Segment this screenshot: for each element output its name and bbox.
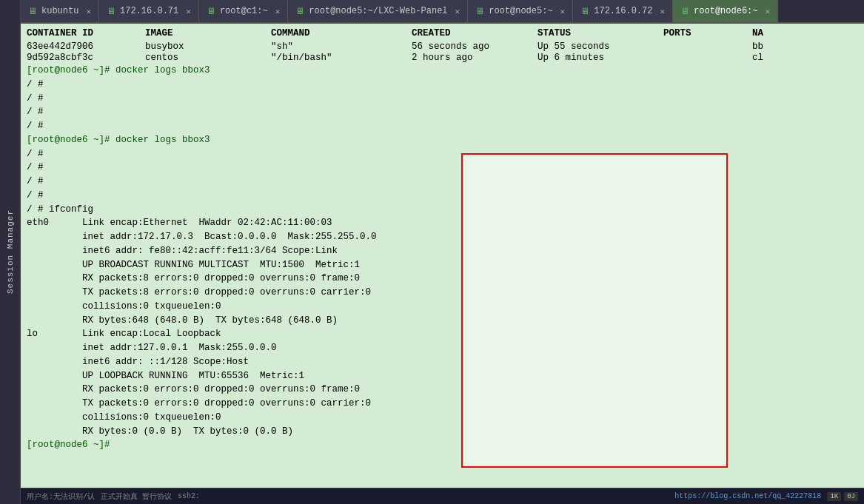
terminal-line: RX packets:8 errors:0 dropped:0 overruns… (27, 272, 858, 286)
terminal-line: UP BROADCAST RUNNING MULTICAST MTU:1500 … (27, 258, 858, 272)
terminal-line: collisions:0 txqueuelen:0 (27, 411, 858, 425)
tab-root-node5-lxc[interactable]: 🖥 root@node5:~/LXC-Web-Panel ✕ (288, 0, 468, 22)
terminal-line: [root@node6 ~]# docker logs bbox3 (27, 64, 858, 78)
tab-node5-icon: 🖥 (475, 6, 484, 17)
col-header-created: CREATED (412, 28, 538, 38)
command-2: "/bin/bash" (271, 53, 412, 63)
terminal-line: TX packets:0 errors:0 dropped:0 overruns… (27, 397, 858, 411)
names-1: bb (752, 41, 826, 52)
ports-2 (663, 53, 752, 63)
bottom-icon-0j: 0J (844, 492, 858, 501)
bottom-icon-1k: 1K (827, 492, 841, 501)
tab-bar: 🖥 kubuntu ✕ 🖥 172.16.0.71 ✕ 🖥 root@c1:~ … (21, 0, 864, 24)
terminal-line: TX packets:8 errors:0 dropped:0 overruns… (27, 286, 858, 300)
terminal-line: / # (27, 189, 858, 203)
names-2: cl (752, 53, 826, 63)
tab-172-label: 172.16.0.71 (120, 6, 178, 16)
tab-node5-close[interactable]: ✕ (560, 7, 566, 16)
bottom-icons: 1K 0J (827, 492, 858, 501)
tab-node5-label: root@node5:~ (489, 6, 552, 16)
tab-kubuntu-icon: 🖥 (28, 6, 37, 17)
tab-kubuntu[interactable]: 🖥 kubuntu ✕ (21, 0, 99, 22)
status-2: Up 6 minutes (538, 53, 663, 63)
tab-node5-lxc-label: root@node5:~/LXC-Web-Panel (309, 6, 447, 16)
docker-row-2: 9d592a8cbf3c centos "/bin/bash" 2 hours … (27, 53, 858, 63)
terminal-line: / # (27, 92, 858, 106)
tab-172-16-0-71[interactable]: 🖥 172.16.0.71 ✕ (99, 0, 199, 22)
terminal-content[interactable]: CONTAINER ID IMAGE COMMAND CREATED STATU… (21, 24, 864, 504)
col-header-ports: PORTS (663, 28, 752, 38)
terminal-line: lo Link encap:Local Loopback (27, 327, 858, 341)
terminal-line: RX packets:0 errors:0 dropped:0 overruns… (27, 383, 858, 397)
terminal-line: / # (27, 161, 858, 175)
bottom-sub-text: 正式开始真 暂行协议 (101, 491, 172, 502)
tab-root-c1[interactable]: 🖥 root@c1:~ ✕ (199, 0, 288, 22)
tab-172-72-close[interactable]: ✕ (660, 7, 665, 16)
tab-root-c1-icon: 🖥 (207, 6, 215, 17)
tab-node6-label: root@node6:~ (694, 6, 757, 16)
tab-root-c1-label: root@c1:~ (220, 6, 268, 16)
session-manager-label: Session Manager (6, 209, 15, 294)
bottom-user-text: 用户名:无法识别/认 (27, 493, 95, 501)
container-id-2: 9d592a8cbf3c (27, 53, 145, 63)
terminal-line: RX bytes:648 (648.0 B) TX bytes:648 (648… (27, 314, 858, 328)
image-1: busybox (145, 41, 271, 52)
tab-kubuntu-label: kubuntu (41, 6, 78, 16)
col-header-command: COMMAND (271, 28, 412, 38)
docker-row-1: 63ee442d7906 busybox "sh" 56 seconds ago… (27, 41, 858, 52)
terminal-line: / # ifconfig (27, 203, 858, 217)
col-header-names: NA (752, 28, 826, 38)
tab-kubuntu-close[interactable]: ✕ (86, 7, 91, 16)
col-header-container-id: CONTAINER ID (27, 28, 145, 38)
tab-root-node6[interactable]: 🖥 root@node6:~ ✕ (673, 0, 778, 22)
terminal-line: / # (27, 78, 858, 92)
tab-172-16-0-72[interactable]: 🖥 172.16.0.72 ✕ (573, 0, 673, 22)
container-id-1: 63ee442d7906 (27, 41, 145, 52)
tab-node5-lxc-icon: 🖥 (295, 6, 304, 17)
tab-node6-icon: 🖥 (680, 6, 689, 17)
terminal-line: / # (27, 119, 858, 133)
terminal-line: [root@node6 ~]# (27, 438, 858, 452)
tab-172-72-label: 172.16.0.72 (594, 6, 652, 16)
terminal-line: UP LOOPBACK RUNNING MTU:65536 Metric:1 (27, 369, 858, 383)
ports-1 (663, 41, 752, 52)
tab-172-72-icon: 🖥 (580, 6, 589, 17)
terminal-line: RX bytes:0 (0.0 B) TX bytes:0 (0.0 B) (27, 425, 858, 439)
bottom-ssh-label: ssh2: (178, 492, 200, 500)
terminal-line: collisions:0 txqueuelen:0 (27, 300, 858, 314)
tab-172-icon: 🖥 (107, 6, 115, 17)
created-1: 56 seconds ago (412, 41, 538, 52)
bottom-left-text: 用户名:无法识别/认 (27, 491, 95, 502)
col-header-status: STATUS (538, 28, 663, 38)
tab-node6-close[interactable]: ✕ (766, 7, 771, 16)
terminal-line: eth0 Link encap:Ethernet HWaddr 02:42:AC… (27, 216, 858, 230)
tab-node5-lxc-close[interactable]: ✕ (455, 7, 461, 16)
terminal-line: inet6 addr: ::1/128 Scope:Host (27, 355, 858, 369)
terminal-lines: [root@node6 ~]# docker logs bbox3/ #/ #/… (27, 64, 858, 452)
main-area: 🖥 kubuntu ✕ 🖥 172.16.0.71 ✕ 🖥 root@c1:~ … (21, 0, 864, 504)
status-1: Up 55 seconds (538, 41, 663, 52)
terminal-line: / # (27, 175, 858, 189)
tab-root-c1-close[interactable]: ✕ (275, 7, 281, 16)
terminal-line: [root@node6 ~]# docker logs bbox3 (27, 133, 858, 147)
docker-table-header: CONTAINER ID IMAGE COMMAND CREATED STATU… (27, 27, 858, 40)
terminal-line: inet addr:172.17.0.3 Bcast:0.0.0.0 Mask:… (27, 230, 858, 244)
terminal-line: inet6 addr: fe80::42:acff:fe11:3/64 Scop… (27, 244, 858, 258)
terminal-line: inet addr:127.0.0.1 Mask:255.0.0.0 (27, 341, 858, 355)
session-manager-sidebar: Session Manager (0, 0, 21, 504)
terminal-line: / # (27, 105, 858, 119)
command-1: "sh" (271, 41, 412, 52)
image-2: centos (145, 53, 271, 63)
tab-root-node5[interactable]: 🖥 root@node5:~ ✕ (468, 0, 573, 22)
bottom-url[interactable]: https://blog.csdn.net/qq_42227818 (674, 492, 821, 500)
bottom-bar: 用户名:无法识别/认 正式开始真 暂行协议 ssh2: https://blog… (21, 488, 864, 504)
created-2: 2 hours ago (412, 53, 538, 63)
terminal-line: / # (27, 147, 858, 161)
col-header-image: IMAGE (145, 28, 271, 38)
tab-172-close[interactable]: ✕ (186, 7, 191, 16)
